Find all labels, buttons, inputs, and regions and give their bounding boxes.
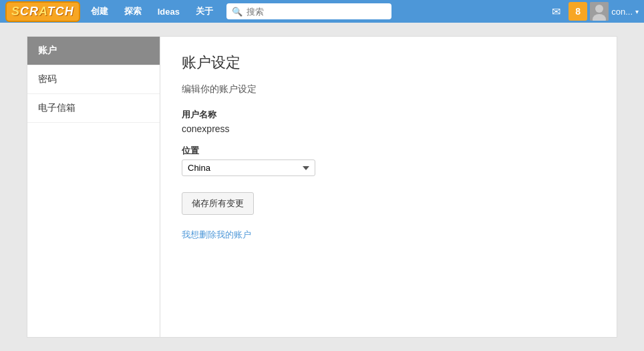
main-content: 账户设定 编辑你的账户设定 用户名称 conexpress 位置 China U… (160, 36, 617, 338)
username-value: conexpress (182, 123, 595, 134)
section-subtitle: 编辑你的账户设定 (182, 83, 595, 95)
sidebar-item-password[interactable]: 密码 (27, 65, 160, 94)
sidebar-item-account[interactable]: 账户 (27, 37, 160, 65)
search-input[interactable] (247, 7, 386, 17)
username-field-group: 用户名称 conexpress (182, 109, 595, 134)
notifications-badge[interactable]: 8 (569, 2, 587, 21)
location-field-group: 位置 China United States Japan Germany Fra… (182, 145, 595, 176)
avatar[interactable] (590, 2, 609, 21)
user-menu[interactable]: con... ▾ (611, 7, 639, 17)
save-button[interactable]: 储存所有变更 (182, 192, 254, 215)
delete-account-link[interactable]: 我想删除我的账户 (182, 230, 251, 240)
avatar-image (590, 2, 609, 21)
sidebar: 账户 密码 电子信箱 (27, 36, 160, 338)
nav-right-group: ✉ 8 con... ▾ (546, 2, 639, 21)
svg-point-1 (595, 5, 603, 13)
username-display: con... (611, 7, 633, 17)
nav-about[interactable]: 关于 (188, 0, 221, 23)
chevron-down-icon: ▾ (635, 8, 639, 15)
search-bar: 🔍 (226, 3, 391, 19)
location-label: 位置 (182, 145, 595, 157)
location-select[interactable]: China United States Japan Germany France (182, 159, 315, 176)
nav-ideas[interactable]: Ideas (150, 0, 188, 23)
page-body: 账户 密码 电子信箱 账户设定 编辑你的账户设定 用户名称 conexpress… (0, 23, 644, 351)
nav-create[interactable]: 创建 (83, 0, 116, 23)
page-title: 账户设定 (182, 53, 595, 73)
messages-icon[interactable]: ✉ (546, 2, 566, 21)
username-label: 用户名称 (182, 109, 595, 121)
search-icon: 🔍 (232, 7, 243, 17)
nav-explore[interactable]: 探索 (116, 0, 150, 23)
scratch-logo[interactable]: SCRATCH (5, 1, 80, 22)
navbar: SCRATCH 创建 探索 Ideas 关于 🔍 ✉ 8 con... ▾ (0, 0, 644, 23)
sidebar-item-email[interactable]: 电子信箱 (27, 94, 160, 123)
